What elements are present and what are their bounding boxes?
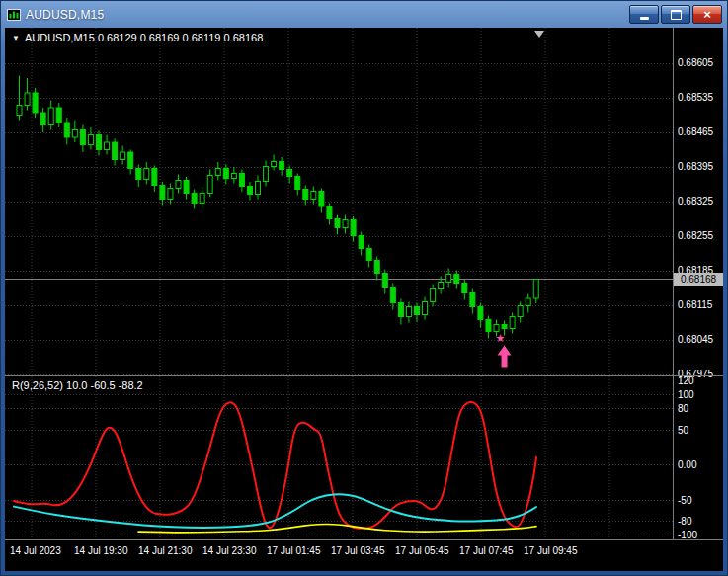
time-axis-label: 17 Jul 07:45 [459,545,514,556]
candle-body [366,249,371,261]
candle-body [335,219,340,228]
minimize-icon [640,17,649,20]
time-axis-label: 17 Jul 09:45 [524,545,578,556]
candle-body [287,170,292,177]
candle-body [121,152,125,160]
candle-body [113,142,118,160]
candle-body [144,169,149,180]
candle-body [200,194,204,204]
indicator-axis-label: -100 [678,530,697,540]
restore-button[interactable] [661,5,690,24]
chart-shift-marker-icon [534,31,544,38]
candle-body [359,236,364,249]
indicator-axis-label: 100 [678,389,694,400]
candle-body [327,206,332,219]
price-axis-label: 0.68465 [678,126,714,137]
candle-body [470,293,475,307]
window-controls: × [629,5,722,24]
time-axis-label: 14 Jul 2023 [10,545,61,556]
candle-body [533,280,538,299]
candle-body [272,162,277,167]
candle-body [406,307,411,317]
candle-body [439,283,444,289]
price-axis-label: 0.68045 [678,334,714,345]
candle-body [247,187,252,195]
candle-body [72,130,77,138]
candle-body [105,142,110,150]
candle-body [311,192,316,200]
candle-body [33,93,38,113]
chart-canvas[interactable]: 0.686050.685350.684650.683950.683250.682… [5,28,723,571]
candle-body [223,169,228,179]
chart-window: AUDUSD,M15 × 0.686050.685350.684650.6839… [0,0,728,576]
candle-body [462,284,467,293]
candle-body [207,176,212,194]
candle-body [280,162,284,170]
titlebar[interactable]: AUDUSD,M15 × [3,3,725,26]
candle-body [17,106,22,116]
time-axis-label: 17 Jul 05:45 [395,545,449,556]
candle-body [510,317,515,329]
candle-body [446,275,451,283]
candle-body [494,325,499,332]
indicator-axis-label: 0.00 [678,459,697,470]
candle-body [184,181,189,194]
candle-body [415,307,420,315]
price-axis-label: 0.68255 [678,230,714,241]
time-axis-label: 14 Jul 21:30 [138,545,193,556]
indicator-axis-label: -80 [678,516,692,527]
candle-body [97,135,102,150]
candle-body [256,182,261,195]
price-axis-label: 0.68395 [678,161,714,172]
time-axis-label: 14 Jul 19:30 [74,545,128,556]
indicator-axis-label: -50 [678,495,692,506]
price-axis-label: 0.68115 [678,299,713,310]
candle-body [48,108,53,125]
candle-body [239,174,244,187]
chart-ohlc-label: ▼ AUDUSD,M15 0.68129 0.68169 0.68119 0.6… [12,32,263,43]
current-price-tag: 0.68168 [674,273,723,286]
price-axis-label: 0.68605 [678,57,714,68]
indicator-label: R(9,26,52) 10.0 -60.5 -88.2 [12,379,143,391]
candle-body [64,123,69,137]
candle-body [264,167,269,182]
chart-ohlc-text: AUDUSD,M15 0.68129 0.68169 0.68119 0.681… [25,32,263,43]
candle-body [80,130,85,145]
candle-body [215,169,220,176]
indicator-axis-label: 120 [678,375,694,386]
candle-body [136,169,141,180]
candle-body [231,174,236,179]
candle-body [351,220,356,236]
close-button[interactable]: × [692,5,722,24]
candle-body [382,274,387,288]
signal-star-icon: ★ [496,332,506,344]
candle-body [176,181,181,189]
candle-body [319,192,324,207]
restore-icon [671,10,682,20]
candle-body [518,306,523,317]
window-title: AUDUSD,M15 [26,8,629,22]
candle-body [390,288,395,303]
indicator-axis-label: 50 [678,425,689,436]
candle-body [526,298,530,306]
candle-body [454,275,459,284]
candle-body [160,186,165,200]
candle-body [486,320,491,332]
time-axis-label: 17 Jul 01:45 [267,545,321,556]
candle-body [88,135,93,145]
price-axis-label: 0.68325 [678,196,714,206]
minimize-button[interactable] [629,5,659,24]
time-axis-label: 14 Jul 23:30 [202,545,257,556]
candle-body [423,302,428,315]
dropdown-arrow-icon[interactable]: ▼ [12,34,20,42]
candle-body [295,177,300,190]
close-icon: × [703,8,711,21]
chart-client-area: 0.686050.685350.684650.683950.683250.682… [5,28,723,571]
candle-body [56,108,61,123]
candle-body [303,190,308,200]
candle-body [168,189,173,200]
candle-body [152,169,157,186]
price-axis-label: 0.68535 [678,92,714,103]
time-axis-label: 17 Jul 03:45 [331,545,385,556]
candle-body [478,307,483,320]
